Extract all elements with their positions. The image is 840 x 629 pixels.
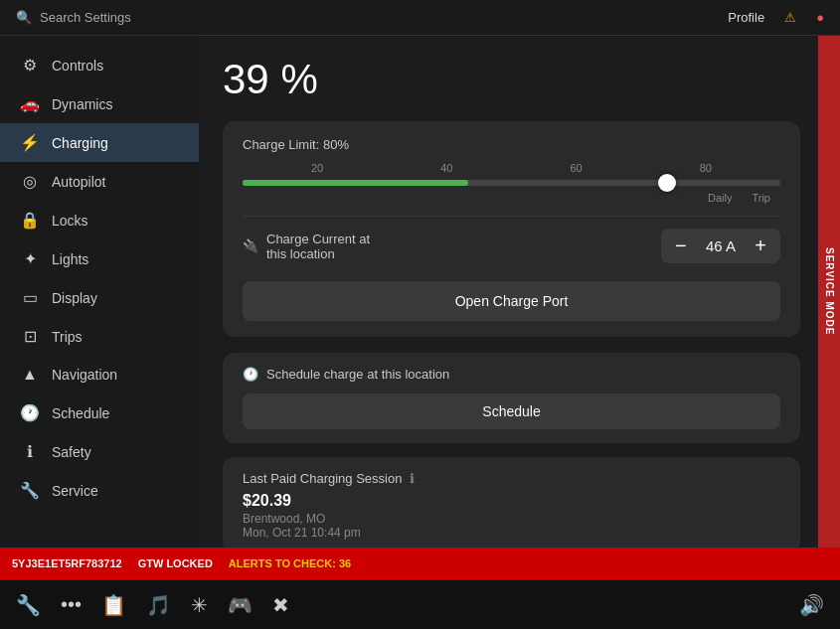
service-icon: 🔧 [20,481,40,500]
slider-track[interactable] [243,180,780,186]
more-icon[interactable]: ••• [61,593,82,616]
schedule-label-icon: 🕐 [243,367,258,382]
alert-icon: ⚠ [784,10,796,25]
charge-slider-container[interactable]: 20 40 60 80 Daily Trip [243,162,780,204]
games-icon[interactable]: 🎮 [228,593,252,617]
last-paid-time: Mon, Oct 21 10:44 pm [243,526,780,540]
sidebar-label-service: Service [52,483,98,499]
sidebar-label-safety: Safety [52,444,91,460]
charge-current-row: 🔌 Charge Current atthis location − 46 A … [243,216,780,267]
charge-panel: Charge Limit: 80% 20 40 60 80 Daily Trip [223,121,800,337]
status-icon: ● [816,10,824,25]
sidebar-item-trips[interactable]: ⊡ Trips [0,317,199,356]
sidebar-item-charging[interactable]: ⚡ Charging [0,123,199,162]
open-charge-port-button[interactable]: Open Charge Port [243,281,780,321]
last-paid-header: Last Paid Charging Session ℹ [243,471,780,486]
last-paid-label: Last Paid Charging Session [243,471,402,486]
tick-80: 80 [700,162,712,174]
top-bar: 🔍 Search Settings Profile ⚠ ● [0,0,840,36]
schedule-section: 🕐 Schedule charge at this location Sched… [223,353,800,443]
clipboard-icon[interactable]: 📋 [101,593,126,617]
search-placeholder: Search Settings [40,10,131,25]
search-area[interactable]: 🔍 Search Settings [16,10,131,25]
dynamics-icon: 🚗 [20,94,40,113]
sidebar-label-trips: Trips [52,329,83,345]
sidebar-item-dynamics[interactable]: 🚗 Dynamics [0,84,199,123]
sidebar-item-schedule[interactable]: 🕐 Schedule [0,393,199,432]
battery-percent: 39 % [223,56,800,103]
sidebar-item-service[interactable]: 🔧 Service [0,471,199,510]
display-icon: ▭ [20,288,40,307]
navigation-icon: ▲ [20,366,40,384]
last-paid-amount: $20.39 [243,492,780,510]
charge-current-text: Charge Current atthis location [266,232,370,261]
schedule-button[interactable]: Schedule [243,393,780,429]
sidebar-label-autopilot: Autopilot [52,174,105,190]
music-icon[interactable]: 🎵 [146,593,171,617]
trips-icon: ⊡ [20,327,40,346]
schedule-label-text: Schedule charge at this location [266,367,449,382]
service-mode-strip: SERVICE MODE [818,36,840,548]
lights-icon: ✦ [20,249,40,268]
last-paid-location: Brentwood, MO [243,512,780,526]
sidebar-label-locks: Locks [52,213,88,229]
main-layout: ⚙ Controls 🚗 Dynamics ⚡ Charging ◎ Autop… [0,36,840,548]
trip-label: Trip [752,192,770,204]
gtw-label: GTW LOCKED [138,557,213,569]
sidebar-item-locks[interactable]: 🔒 Locks [0,201,199,239]
autopilot-icon: ◎ [20,172,40,191]
daily-label: Daily [708,192,732,204]
schedule-icon: 🕐 [20,403,40,422]
top-bar-right: Profile ⚠ ● [728,10,824,25]
sidebar-label-display: Display [52,290,97,306]
sidebar-label-schedule: Schedule [52,405,109,421]
increase-button[interactable]: + [755,235,766,257]
tick-20: 20 [311,162,323,174]
sidebar-label-navigation: Navigation [52,367,117,383]
sidebar-label-charging: Charging [52,135,108,151]
vin-label: 5YJ3E1ET5RF783712 [12,557,122,569]
sidebar-item-display[interactable]: ▭ Display [0,278,199,317]
volume-icon[interactable]: 🔊 [799,593,824,617]
bluetooth-icon[interactable]: ✳ [191,593,208,617]
schedule-label: 🕐 Schedule charge at this location [243,367,780,382]
alerts-label: ALERTS TO CHECK: 36 [229,557,351,569]
decrease-button[interactable]: − [675,235,687,257]
sidebar-item-lights[interactable]: ✦ Lights [0,239,199,278]
sidebar-label-controls: Controls [52,58,103,74]
wrench-icon[interactable]: 🔧 [16,593,41,617]
slider-fill [243,180,468,186]
sidebar-item-safety[interactable]: ℹ Safety [0,432,199,471]
sidebar-item-autopilot[interactable]: ◎ Autopilot [0,162,199,201]
search-icon: 🔍 [16,10,32,25]
slider-thumb[interactable] [658,174,676,192]
plug-icon: 🔌 [243,238,258,253]
charge-current-label: 🔌 Charge Current atthis location [243,232,370,261]
profile-label[interactable]: Profile [728,10,764,25]
daily-trip-labels: Daily Trip [243,192,780,204]
safety-icon: ℹ [20,442,40,461]
close-icon[interactable]: ✖ [272,593,289,617]
sidebar-label-lights: Lights [52,251,88,267]
charge-current-value: 46 A [706,237,736,254]
status-bar: 5YJ3E1ET5RF783712 GTW LOCKED ALERTS TO C… [0,548,840,579]
sidebar-item-controls[interactable]: ⚙ Controls [0,46,199,84]
sidebar: ⚙ Controls 🚗 Dynamics ⚡ Charging ◎ Autop… [0,36,199,548]
sidebar-label-dynamics: Dynamics [52,96,112,112]
locks-icon: 🔒 [20,211,40,230]
charging-icon: ⚡ [20,133,40,152]
info-icon: ℹ [410,471,415,486]
tick-40: 40 [440,162,452,174]
sidebar-item-navigation[interactable]: ▲ Navigation [0,356,199,393]
controls-icon: ⚙ [20,56,40,75]
bottom-bar: 🔧 ••• 📋 🎵 ✳ 🎮 ✖ 🔊 [0,579,840,629]
slider-labels: 20 40 60 80 [243,162,780,174]
charge-limit-label: Charge Limit: 80% [243,137,780,152]
last-paid-section: Last Paid Charging Session ℹ $20.39 Bren… [223,457,800,548]
charge-current-control: − 46 A + [661,229,780,263]
tick-60: 60 [571,162,583,174]
content-area: 39 % Charge Limit: 80% 20 40 60 80 Daily… [199,36,840,548]
